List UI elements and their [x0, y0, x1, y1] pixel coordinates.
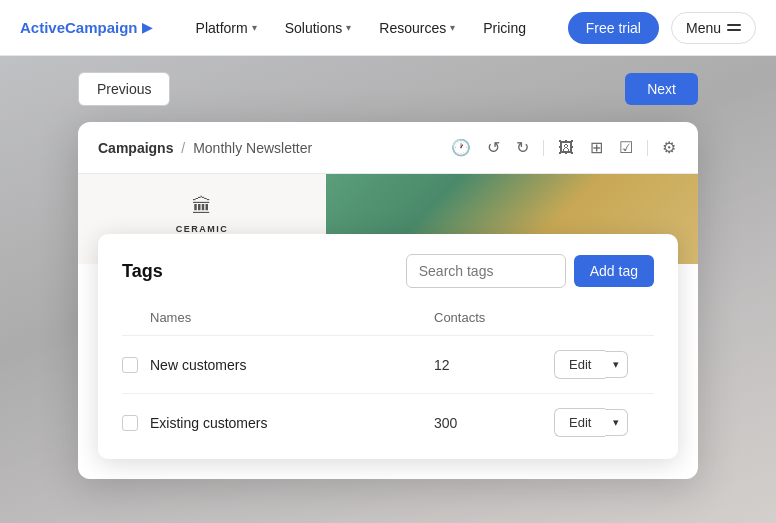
edit-chevron-button-1[interactable]: ▾: [605, 409, 628, 436]
clock-icon[interactable]: 🕐: [449, 136, 473, 159]
nav-right: Free trial Menu: [568, 12, 756, 44]
breadcrumb: Campaigns / Monthly Newsletter: [98, 140, 312, 156]
undo-icon[interactable]: ↺: [485, 136, 502, 159]
grid-icon[interactable]: ⊞: [588, 136, 605, 159]
table-row: New customers 12 Edit ▾: [122, 336, 654, 394]
settings-icon[interactable]: ⚙: [660, 136, 678, 159]
next-button[interactable]: Next: [625, 73, 698, 105]
platform-chevron-icon: ▾: [252, 22, 257, 33]
hamburger-icon: [727, 24, 741, 31]
nav-resources[interactable]: Resources ▾: [367, 12, 467, 44]
tags-search-area: Add tag: [406, 254, 654, 288]
campaign-nav-bar: Previous Next: [78, 56, 698, 122]
tag-checkbox-1[interactable]: [122, 415, 138, 431]
toolbar-divider-2: [647, 140, 648, 156]
image-icon[interactable]: 🖼: [556, 137, 576, 159]
tags-table: Names Contacts New customers 12 Edit ▾: [122, 304, 654, 451]
table-row: Existing customers 300 Edit ▾: [122, 394, 654, 451]
col-header-name: Names: [150, 310, 434, 325]
menu-button[interactable]: Menu: [671, 12, 756, 44]
tags-header: Tags Add tag: [122, 254, 654, 288]
campaign-modal: Campaigns / Monthly Newsletter 🕐 ↺ ↻ 🖼 ⊞…: [78, 122, 698, 479]
tag-contacts-0: 12: [434, 357, 554, 373]
nav-solutions[interactable]: Solutions ▾: [273, 12, 364, 44]
toolbar-icons: 🕐 ↺ ↻ 🖼 ⊞ ☑ ⚙: [449, 136, 678, 159]
edit-button-1[interactable]: Edit: [554, 408, 605, 437]
tag-checkbox-0[interactable]: [122, 357, 138, 373]
solutions-chevron-icon: ▾: [346, 22, 351, 33]
breadcrumb-newsletter: Monthly Newsletter: [193, 140, 312, 156]
tags-dialog: Tags Add tag Names Contacts New customer…: [98, 234, 678, 459]
tags-title: Tags: [122, 261, 163, 282]
toolbar-divider: [543, 140, 544, 156]
breadcrumb-separator: /: [181, 140, 185, 156]
tag-name-1: Existing customers: [150, 415, 434, 431]
search-input[interactable]: [406, 254, 566, 288]
tag-actions-1: Edit ▾: [554, 408, 654, 437]
check-icon[interactable]: ☑: [617, 136, 635, 159]
tags-table-header: Names Contacts: [122, 304, 654, 336]
nav-pricing[interactable]: Pricing: [471, 12, 538, 44]
resources-chevron-icon: ▾: [450, 22, 455, 33]
edit-chevron-button-0[interactable]: ▾: [605, 351, 628, 378]
navbar: ActiveCampaign ▶ Platform ▾ Solutions ▾ …: [0, 0, 776, 56]
tag-actions-0: Edit ▾: [554, 350, 654, 379]
add-tag-button[interactable]: Add tag: [574, 255, 654, 287]
ceramic-icon: 🏛: [192, 195, 212, 218]
logo-arrow: ▶: [142, 20, 152, 35]
redo-icon[interactable]: ↻: [514, 136, 531, 159]
col-header-contacts: Contacts: [434, 310, 554, 325]
edit-button-0[interactable]: Edit: [554, 350, 605, 379]
free-trial-button[interactable]: Free trial: [568, 12, 659, 44]
tag-contacts-1: 300: [434, 415, 554, 431]
tag-name-0: New customers: [150, 357, 434, 373]
nav-platform[interactable]: Platform ▾: [184, 12, 269, 44]
breadcrumb-campaigns[interactable]: Campaigns: [98, 140, 173, 156]
nav-links: Platform ▾ Solutions ▾ Resources ▾ Prici…: [184, 12, 568, 44]
campaign-toolbar: Campaigns / Monthly Newsletter 🕐 ↺ ↻ 🖼 ⊞…: [78, 122, 698, 174]
logo-text: ActiveCampaign: [20, 19, 138, 36]
previous-button[interactable]: Previous: [78, 72, 170, 106]
logo[interactable]: ActiveCampaign ▶: [20, 19, 152, 36]
modal-container: Previous Next Campaigns / Monthly Newsle…: [78, 56, 698, 479]
